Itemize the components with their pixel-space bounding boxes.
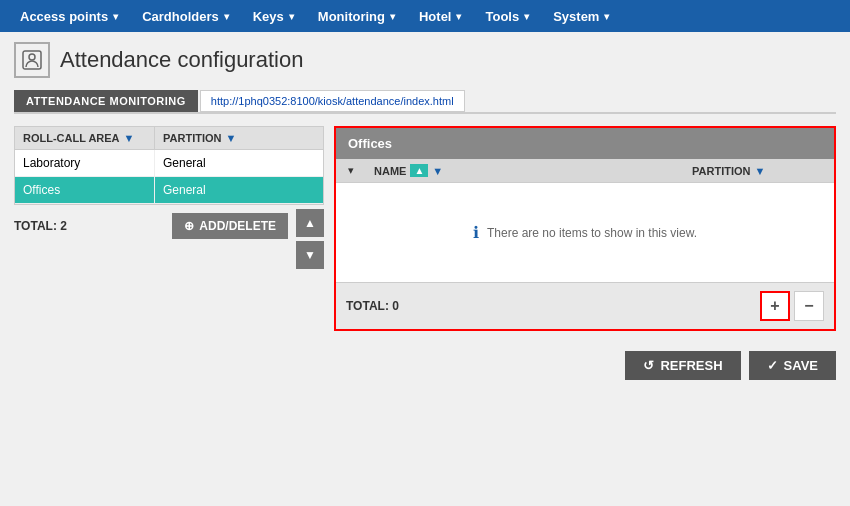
svg-point-1 [29,54,35,60]
left-panel-bottom: TOTAL: 2 ⊕ ADD/DELETE [14,205,288,247]
nav-access-points[interactable]: Access points ▾ [8,0,130,32]
check-icon: ✓ [767,358,778,373]
filter-icon[interactable]: ▼ [432,165,443,177]
chevron-down-icon: ▾ [348,164,354,176]
row-partition: General [155,150,323,176]
move-up-button[interactable]: ▲ [296,209,324,237]
chevron-down-icon: ▾ [390,11,395,22]
tab-attendance-monitoring[interactable]: ATTENDANCE MONITORING [14,90,198,112]
tabs-row: ATTENDANCE MONITORING http://1phq0352:81… [14,90,836,114]
row-name: Laboratory [15,150,155,176]
left-table-header: ROLL-CALL AREA ▼ PARTITION ▼ [14,126,324,149]
expand-col: ▾ [336,159,366,182]
chevron-down-icon: ▾ [113,11,118,22]
move-down-button[interactable]: ▼ [296,241,324,269]
empty-message: ℹ There are no items to show in this vie… [336,183,834,282]
add-delete-button[interactable]: ⊕ ADD/DELETE [172,213,288,239]
table-row[interactable]: Laboratory General [15,150,323,177]
chevron-down-icon: ▾ [456,11,461,22]
refresh-icon: ↺ [643,358,654,373]
col-roll-call-area: ROLL-CALL AREA ▼ [15,127,155,149]
top-navigation: Access points ▾ Cardholders ▾ Keys ▾ Mon… [0,0,850,32]
right-actions: + − [760,291,824,321]
nav-keys[interactable]: Keys ▾ [241,0,306,32]
filter-icon[interactable]: ▼ [225,132,236,144]
table-row-selected[interactable]: Offices General [15,177,323,204]
attendance-icon [21,49,43,71]
refresh-button[interactable]: ↺ REFRESH [625,351,740,380]
chevron-down-icon: ▾ [604,11,609,22]
plus-icon: ⊕ [184,219,194,233]
left-table-body: Laboratory General Offices General [14,149,324,205]
right-panel-bottom: TOTAL: 0 + − [336,282,834,329]
tab-url[interactable]: http://1phq0352:8100/kiosk/attendance/in… [200,90,465,112]
left-total: TOTAL: 2 [14,219,67,233]
nav-system[interactable]: System ▾ [541,0,621,32]
remove-item-button[interactable]: − [794,291,824,321]
add-item-button[interactable]: + [760,291,790,321]
main-layout: ROLL-CALL AREA ▼ PARTITION ▼ Laboratory … [14,126,836,331]
info-icon: ℹ [473,223,479,242]
plus-icon: + [770,297,779,315]
left-panel: ROLL-CALL AREA ▼ PARTITION ▼ Laboratory … [14,126,324,331]
sort-up-icon[interactable]: ▲ [410,164,428,177]
col-partition: PARTITION ▼ [684,160,834,182]
save-button[interactable]: ✓ SAVE [749,351,836,380]
page-title: Attendance configuration [60,47,303,73]
right-total: TOTAL: 0 [346,299,399,313]
col-name: NAME ▲ ▼ [366,159,684,182]
nav-hotel[interactable]: Hotel ▾ [407,0,474,32]
minus-icon: − [804,297,813,315]
page-icon [14,42,50,78]
nav-cardholders[interactable]: Cardholders ▾ [130,0,241,32]
row-name: Offices [15,177,155,203]
chevron-down-icon: ▾ [524,11,529,22]
chevron-down-icon: ▾ [224,11,229,22]
filter-icon[interactable]: ▼ [754,165,765,177]
nav-tools[interactable]: Tools ▾ [473,0,541,32]
nav-monitoring[interactable]: Monitoring ▾ [306,0,407,32]
right-table-header: ▾ NAME ▲ ▼ PARTITION ▼ [336,159,834,183]
filter-icon[interactable]: ▼ [124,132,135,144]
right-panel-title: Offices [336,128,834,159]
move-buttons: ▲ ▼ [296,209,324,269]
right-panel: Offices ▾ NAME ▲ ▼ PARTITION ▼ ℹ There a… [334,126,836,331]
page-title-row: Attendance configuration [14,42,836,78]
row-partition: General [155,177,323,203]
chevron-down-icon: ▾ [289,11,294,22]
page-content: Attendance configuration ATTENDANCE MONI… [0,32,850,341]
col-partition: PARTITION ▼ [155,127,323,149]
footer-row: ↺ REFRESH ✓ SAVE [0,341,850,390]
